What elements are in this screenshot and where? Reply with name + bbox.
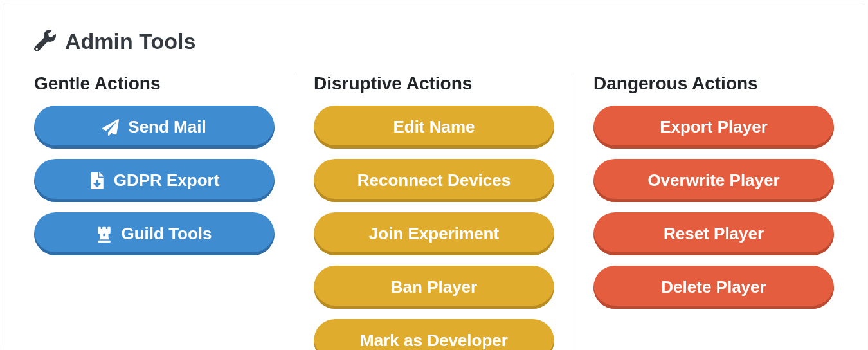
overwrite-player-button[interactable]: Overwrite Player bbox=[593, 159, 834, 202]
button-label: GDPR Export bbox=[114, 170, 220, 190]
button-label: Guild Tools bbox=[121, 224, 212, 244]
gentle-actions-title: Gentle Actions bbox=[34, 73, 275, 94]
guild-tools-button[interactable]: Guild Tools bbox=[34, 212, 275, 255]
reset-player-button[interactable]: Reset Player bbox=[593, 212, 834, 255]
button-label: Send Mail bbox=[128, 117, 206, 137]
gentle-actions-column: Gentle Actions Send Mail GDPR Export bbox=[34, 73, 294, 350]
export-player-button[interactable]: Export Player bbox=[593, 106, 834, 149]
admin-tools-card: Admin Tools Gentle Actions Send Mail bbox=[3, 3, 865, 350]
delete-player-button[interactable]: Delete Player bbox=[593, 266, 834, 309]
page-title: Admin Tools bbox=[65, 29, 195, 54]
button-label: Delete Player bbox=[661, 277, 766, 297]
button-label: Reset Player bbox=[664, 224, 764, 244]
columns: Gentle Actions Send Mail GDPR Export bbox=[34, 73, 834, 350]
button-label: Ban Player bbox=[391, 277, 477, 297]
mark-developer-button[interactable]: Mark as Developer bbox=[314, 319, 554, 350]
gdpr-export-button[interactable]: GDPR Export bbox=[34, 159, 275, 202]
wrench-icon bbox=[34, 30, 56, 54]
paper-plane-icon bbox=[102, 119, 119, 136]
join-experiment-button[interactable]: Join Experiment bbox=[314, 212, 554, 255]
ban-player-button[interactable]: Ban Player bbox=[314, 266, 554, 309]
chess-rook-icon bbox=[96, 226, 112, 243]
edit-name-button[interactable]: Edit Name bbox=[314, 106, 554, 149]
file-download-icon bbox=[89, 172, 105, 189]
disruptive-actions-column: Disruptive Actions Edit Name Reconnect D… bbox=[294, 73, 574, 350]
disruptive-actions-title: Disruptive Actions bbox=[314, 73, 554, 94]
button-label: Edit Name bbox=[393, 117, 475, 137]
button-label: Overwrite Player bbox=[647, 170, 779, 190]
send-mail-button[interactable]: Send Mail bbox=[34, 106, 275, 149]
header: Admin Tools bbox=[34, 29, 834, 54]
dangerous-actions-title: Dangerous Actions bbox=[593, 73, 834, 94]
button-label: Mark as Developer bbox=[360, 331, 508, 350]
button-label: Reconnect Devices bbox=[357, 170, 511, 190]
reconnect-devices-button[interactable]: Reconnect Devices bbox=[314, 159, 554, 202]
button-label: Join Experiment bbox=[369, 224, 499, 244]
dangerous-actions-column: Dangerous Actions Export Player Overwrit… bbox=[574, 73, 834, 350]
button-label: Export Player bbox=[660, 117, 768, 137]
